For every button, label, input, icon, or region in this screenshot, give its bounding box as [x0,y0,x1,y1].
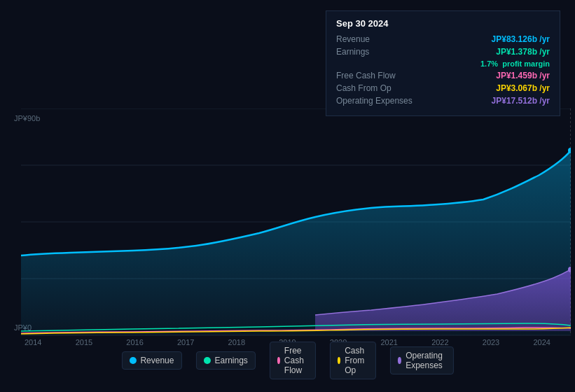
tooltip-fcf-value: JP¥1.459b /yr [496,71,550,80]
profit-margin-text: 1.7% profit margin [480,59,550,68]
profit-margin-row: 1.7% profit margin [336,59,550,68]
tooltip-earnings-row: Earnings JP¥1.378b /yr [336,47,550,57]
legend-opex-label: Operating Expenses [406,351,445,370]
tooltip-fcf-label: Free Cash Flow [336,71,396,80]
x-label-2024: 2024 [533,338,550,346]
legend-dot-earnings [203,357,210,364]
tooltip-earnings-label: Earnings [336,47,369,57]
tooltip-revenue-label: Revenue [336,34,370,44]
legend-fcf[interactable]: Free Cash Flow [270,342,316,379]
legend-earnings[interactable]: Earnings [195,351,255,370]
legend-revenue[interactable]: Revenue [121,351,181,370]
legend-opex[interactable]: Operating Expenses [390,346,454,374]
legend-dot-cashfromop [338,357,340,364]
legend-dot-revenue [129,357,136,364]
legend-cashfromop[interactable]: Cash From Op [330,342,376,379]
legend-dot-opex [398,357,401,364]
tooltip-opex-value: JP¥17.512b /yr [492,96,550,106]
legend-revenue-label: Revenue [140,356,174,365]
x-label-2015: 2015 [76,338,92,346]
tooltip-opex-row: Operating Expenses JP¥17.512b /yr [336,96,550,106]
tooltip-revenue-value: JP¥83.126b /yr [492,34,550,44]
legend-cashfromop-label: Cash From Op [345,346,368,375]
tooltip-cashfromop-label: Cash From Op [336,83,392,93]
tooltip-earnings-value: JP¥1.378b /yr [496,47,550,57]
legend-dot-fcf [277,357,280,364]
chart-container: Sep 30 2024 Revenue JP¥83.126b /yr Earni… [0,0,575,392]
tooltip-cashfromop-row: Cash From Op JP¥3.067b /yr [336,83,550,93]
tooltip-cashfromop-value: JP¥3.067b /yr [496,83,550,93]
tooltip-fcf-row: Free Cash Flow JP¥1.459b /yr [336,71,550,80]
tooltip-revenue-row: Revenue JP¥83.126b /yr [336,34,550,44]
tooltip-box: Sep 30 2024 Revenue JP¥83.126b /yr Earni… [326,10,560,116]
legend: Revenue Earnings Free Cash Flow Cash Fro… [121,342,453,379]
legend-earnings-label: Earnings [214,356,247,365]
x-label-2023: 2023 [483,338,499,346]
x-label-2014: 2014 [25,338,41,346]
tooltip-opex-label: Operating Expenses [336,96,413,106]
chart-svg [21,108,571,336]
tooltip-date: Sep 30 2024 [336,18,550,29]
legend-fcf-label: Free Cash Flow [284,346,308,375]
